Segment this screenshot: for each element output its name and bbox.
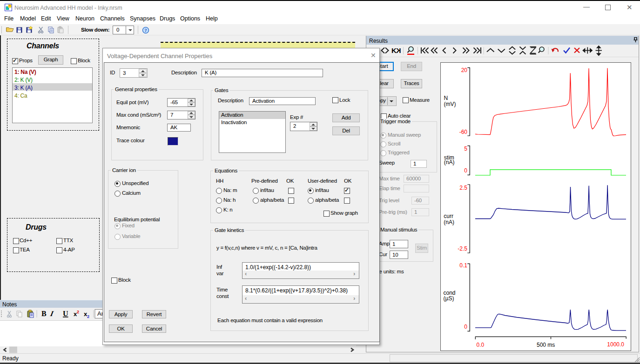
svg-text:0: 0 [464,167,467,174]
svg-text:(mV): (mV) [444,101,456,107]
svg-text:2: 2 [77,310,79,314]
svg-text:(µS): (µS) [444,295,454,302]
svg-text:2.5: 2.5 [459,185,467,191]
svg-text:?: ? [145,28,147,33]
svg-text:K: K [396,46,401,54]
svg-text:0.0: 0.0 [477,342,485,348]
svg-text:I: I [49,310,54,318]
svg-text:U: U [63,310,68,318]
svg-text:(nA): (nA) [444,159,455,165]
svg-text:-60: -60 [459,129,468,135]
svg-text:B: B [41,310,47,318]
svg-text:K: K [391,46,397,54]
svg-text:-2.5: -2.5 [458,245,467,252]
svg-text:(nA): (nA) [444,219,454,225]
svg-text:1000.0: 1000.0 [607,341,624,348]
svg-text:20: 20 [461,67,468,73]
svg-text:0.1: 0.1 [459,262,467,269]
svg-text:0: 0 [464,324,467,330]
svg-text:500 ms: 500 ms [537,342,555,348]
svg-text:5: 5 [464,146,467,152]
svg-text:2: 2 [87,314,89,319]
